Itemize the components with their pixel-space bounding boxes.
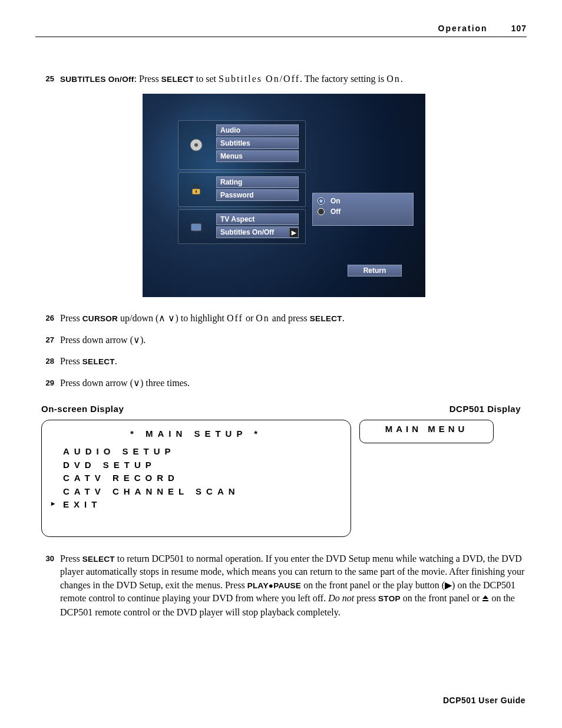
- step-text: Press down arrow (∨) three times.: [60, 377, 527, 390]
- menu-item-audio[interactable]: Audio: [216, 124, 299, 136]
- menu-group-disc: Audio Subtitles Menus: [178, 120, 306, 170]
- radio-on-icon: [318, 197, 325, 205]
- step-number: 27: [41, 334, 54, 347]
- step-27: 27 Press down arrow (∨).: [41, 334, 527, 347]
- menu-item-subtitles-onoff[interactable]: Subtitles On/Off ▶: [216, 226, 299, 238]
- lcd-line-catv-scan: CATV CHANNEL SCAN: [49, 485, 343, 499]
- dcp501-display-box: MAIN MENU: [359, 420, 494, 443]
- section-title: Operation: [438, 24, 488, 33]
- label-stop: STOP: [378, 594, 401, 603]
- svg-rect-5: [194, 231, 198, 232]
- label-select: SELECT: [310, 314, 342, 323]
- step-29: 29 Press down arrow (∨) three times.: [41, 377, 527, 390]
- dcp501-display-header: DCP501 Display: [449, 404, 521, 414]
- menu-item-tvaspect[interactable]: TV Aspect: [216, 213, 299, 225]
- step-number: 28: [41, 355, 54, 368]
- step-30: 30 Press SELECT to return DCP501 to norm…: [41, 552, 527, 619]
- spaced-on: On: [386, 74, 401, 84]
- menu-item-password[interactable]: Password: [216, 189, 299, 201]
- lcd-line-catv-record: CATV RECORD: [49, 472, 343, 485]
- step-text: SUBTITLES On/Off: Press SELECT to set Su…: [60, 73, 527, 85]
- menu-item-subtitles[interactable]: Subtitles: [216, 137, 299, 149]
- lcd-title: * MAIN SETUP *: [49, 427, 343, 441]
- step-28: 28 Press SELECT.: [41, 355, 527, 368]
- eject-icon: [482, 592, 489, 605]
- manual-page: Operation 107 25 SUBTITLES On/Off: Press…: [0, 0, 562, 728]
- lock-icon: [189, 183, 203, 197]
- display-row: * MAIN SETUP * AUDIO SETUP DVD SETUP CAT…: [41, 420, 527, 537]
- label-select: SELECT: [161, 75, 194, 84]
- return-button[interactable]: Return: [348, 265, 402, 276]
- up-down-icon: ∧ ∨: [158, 313, 175, 323]
- onscreen-display-box: * MAIN SETUP * AUDIO SETUP DVD SETUP CAT…: [41, 420, 351, 537]
- menu-item-rating[interactable]: Rating: [216, 176, 299, 188]
- label-subtitles-onoff: SUBTITLES On/Off: [60, 75, 134, 84]
- step-number: 29: [41, 377, 54, 390]
- step-26: 26 Press CURSOR up/down (∧ ∨) to highlig…: [41, 312, 527, 325]
- lcd-line-audio: AUDIO SETUP: [49, 445, 343, 459]
- svg-rect-3: [196, 190, 197, 193]
- submenu-onoff: On Off: [312, 193, 414, 226]
- label-select: SELECT: [82, 555, 115, 564]
- step-number: 26: [41, 312, 54, 325]
- step-number: 30: [41, 552, 54, 619]
- lcd-line-exit: EXIT: [49, 498, 343, 512]
- disc-icon: [189, 138, 203, 152]
- lcd-line-dvd: DVD SETUP: [49, 459, 343, 472]
- page-header: Operation 107: [35, 24, 527, 37]
- step-text: Press down arrow (∨).: [60, 334, 527, 347]
- svg-rect-4: [191, 223, 201, 231]
- down-arrow-icon: ∨: [133, 335, 140, 345]
- menu-group-lock: Rating Password: [178, 172, 306, 207]
- label-cursor: CURSOR: [82, 314, 118, 323]
- menu-item-menus[interactable]: Menus: [216, 150, 299, 162]
- submenu-arrow-icon: ▶: [289, 228, 298, 237]
- step-25: 25 SUBTITLES On/Off: Press SELECT to set…: [41, 73, 527, 85]
- onscreen-display-header: On-screen Display: [41, 404, 124, 414]
- display-headers: On-screen Display DCP501 Display: [41, 404, 527, 414]
- tv-icon: [189, 220, 203, 234]
- step-text: Press CURSOR up/down (∧ ∨) to highlight …: [60, 312, 527, 325]
- menu-group-tv: TV Aspect Subtitles On/Off ▶: [178, 209, 306, 244]
- option-off[interactable]: Off: [318, 207, 408, 216]
- label-select: SELECT: [82, 357, 115, 366]
- dvd-setup-screenshot: Audio Subtitles Menus Rating Password: [143, 94, 425, 297]
- step-text: Press SELECT to return DCP501 to normal …: [60, 552, 527, 619]
- svg-rect-6: [482, 600, 488, 601]
- label-playpause: PLAY●PAUSE: [247, 581, 301, 590]
- step-number: 25: [41, 73, 54, 85]
- radio-off-icon: [318, 208, 325, 215]
- svg-point-1: [194, 143, 198, 147]
- step-text: Press SELECT.: [60, 355, 527, 368]
- page-number: 107: [511, 24, 527, 33]
- down-arrow-icon: ∨: [133, 378, 140, 388]
- emphasis-donot: Do not: [328, 593, 354, 603]
- spaced-text: Subtitles On/Off: [219, 74, 300, 84]
- page-footer: DCP501 User Guide: [35, 696, 527, 705]
- option-on[interactable]: On: [318, 197, 408, 205]
